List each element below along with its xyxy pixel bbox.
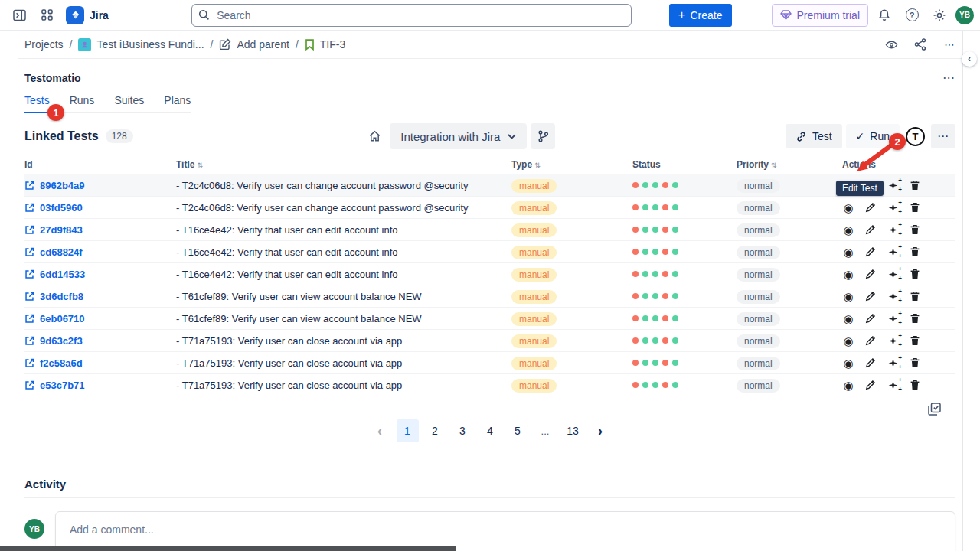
delete-trash-icon[interactable] [909, 379, 921, 391]
page-4[interactable]: 4 [479, 419, 501, 442]
test-id-link[interactable]: 27d9f843 [24, 224, 176, 236]
edit-pencil-icon[interactable] [864, 223, 877, 236]
ai-sparkle-icon[interactable]: ++ [887, 201, 899, 214]
col-type[interactable]: Type⇅ [511, 159, 632, 170]
ai-sparkle-icon[interactable]: ++ [887, 290, 899, 302]
user-avatar[interactable]: YB [956, 6, 974, 24]
edit-pencil-icon[interactable] [864, 290, 877, 302]
delete-trash-icon[interactable] [909, 246, 921, 258]
col-id[interactable]: Id [24, 159, 176, 170]
row-actions: ◉ ++ [842, 334, 956, 347]
test-id-link[interactable]: cd68824f [24, 246, 176, 258]
ai-sparkle-icon[interactable]: ++ [887, 312, 899, 324]
col-title[interactable]: Title⇅ [176, 159, 511, 170]
add-parent-button[interactable]: Add parent [219, 38, 289, 51]
edit-pencil-icon[interactable] [864, 268, 877, 280]
priority-badge: normal [737, 334, 780, 348]
share-icon[interactable] [908, 33, 933, 56]
edit-pencil-icon[interactable] [864, 334, 877, 347]
breadcrumb-projects[interactable]: Projects [24, 38, 64, 51]
preview-eye-icon[interactable]: ◉ [842, 246, 854, 258]
status-dots [632, 271, 737, 277]
edit-pencil-icon[interactable] [864, 357, 877, 369]
ai-sparkle-icon[interactable]: ++ [887, 334, 899, 347]
preview-eye-icon[interactable]: ◉ [842, 312, 854, 324]
delete-trash-icon[interactable] [909, 223, 921, 236]
link-test-button[interactable]: Test [786, 124, 842, 148]
status-dot-red [662, 293, 668, 299]
more-actions-icon[interactable]: ⋯ [937, 33, 962, 56]
test-id-link[interactable]: e53c7b71 [24, 380, 176, 391]
tab-runs[interactable]: Runs [70, 94, 95, 113]
ai-sparkle-icon[interactable]: ++ [887, 268, 899, 280]
collapse-panel-chevron-icon[interactable]: ‹ [962, 51, 977, 67]
branch-selector-dropdown[interactable]: Integration with Jira [390, 123, 527, 149]
page-1[interactable]: 1 [397, 419, 419, 442]
jira-home-link[interactable]: Jira [66, 6, 109, 24]
git-branch-icon[interactable] [531, 123, 555, 149]
preview-eye-icon[interactable]: ◉ [842, 357, 854, 369]
edit-pencil-icon[interactable] [864, 201, 877, 214]
delete-trash-icon[interactable] [909, 201, 921, 214]
breadcrumb-project[interactable]: Test iBusiness Fundi... [78, 38, 204, 51]
preview-eye-icon[interactable]: ◉ [842, 290, 854, 302]
edit-pencil-icon[interactable] [864, 246, 877, 258]
tab-plans[interactable]: Plans [164, 94, 191, 113]
status-dots [632, 227, 737, 233]
test-id-link[interactable]: 6dd14533 [24, 269, 176, 280]
ai-sparkle-icon[interactable]: ++ [887, 379, 899, 391]
preview-eye-icon[interactable]: ◉ [842, 379, 854, 391]
sidebar-toggle-icon[interactable] [8, 4, 31, 27]
watch-eye-icon[interactable] [879, 33, 903, 56]
delete-trash-icon[interactable] [909, 290, 921, 302]
horizontal-scrollbar[interactable] [0, 546, 456, 551]
col-priority[interactable]: Priority⇅ [737, 159, 842, 170]
delete-trash-icon[interactable] [909, 357, 921, 369]
test-id-link[interactable]: 6eb06710 [24, 313, 176, 324]
page-2[interactable]: 2 [424, 419, 446, 442]
test-title: - T16ce4e42: Verify that user can edit a… [176, 246, 511, 258]
search-input[interactable] [191, 4, 632, 27]
tab-suites[interactable]: Suites [114, 94, 144, 113]
tab-tests[interactable]: Tests [24, 94, 50, 113]
ai-sparkle-icon[interactable]: ++ [887, 179, 899, 191]
test-id-link[interactable]: f2c58a6d [24, 357, 176, 369]
notifications-bell-icon[interactable] [873, 4, 896, 27]
delete-trash-icon[interactable] [909, 312, 921, 324]
breadcrumb-issue[interactable]: TIF-3 [305, 38, 345, 51]
more-options-icon[interactable]: ⋯ [931, 124, 956, 148]
test-id-link[interactable]: 03fd5960 [24, 202, 176, 214]
page-13[interactable]: 13 [562, 419, 584, 442]
page-3[interactable]: 3 [452, 419, 474, 442]
edit-pencil-icon[interactable] [864, 312, 877, 324]
test-id-link[interactable]: 9d63c2f3 [24, 335, 176, 347]
col-status[interactable]: Status [632, 159, 737, 170]
delete-trash-icon[interactable] [909, 179, 921, 191]
delete-trash-icon[interactable] [909, 268, 921, 280]
create-button[interactable]: + Create [669, 4, 732, 27]
app-switcher-icon[interactable] [35, 4, 58, 27]
ai-sparkle-icon[interactable]: ++ [887, 223, 899, 236]
panel-more-icon[interactable]: ⋯ [942, 70, 956, 85]
preview-eye-icon[interactable]: ◉ [842, 334, 854, 347]
page-5[interactable]: 5 [507, 419, 529, 442]
ai-sparkle-icon[interactable]: ++ [887, 246, 899, 258]
premium-trial-button[interactable]: Premium trial [772, 4, 868, 27]
home-icon[interactable] [363, 125, 386, 148]
plus-icon: + [678, 8, 686, 21]
prev-page-icon[interactable]: ‹ [369, 419, 391, 442]
test-id-link[interactable]: 3d6dcfb8 [24, 291, 176, 302]
bulk-check-icon[interactable] [926, 401, 942, 416]
edit-pencil-icon[interactable] [864, 379, 877, 391]
help-icon[interactable]: ? [900, 4, 923, 27]
status-dot-green [642, 249, 648, 255]
test-id-link[interactable]: 8962b4a9 [24, 180, 176, 191]
next-page-icon[interactable]: › [590, 419, 612, 442]
delete-trash-icon[interactable] [909, 334, 921, 347]
settings-gear-icon[interactable] [928, 4, 951, 27]
preview-eye-icon[interactable]: ◉ [842, 268, 854, 280]
preview-eye-icon[interactable]: ◉ [842, 201, 854, 214]
external-link-icon [24, 269, 34, 279]
ai-sparkle-icon[interactable]: ++ [887, 357, 899, 369]
preview-eye-icon[interactable]: ◉ [842, 223, 854, 236]
